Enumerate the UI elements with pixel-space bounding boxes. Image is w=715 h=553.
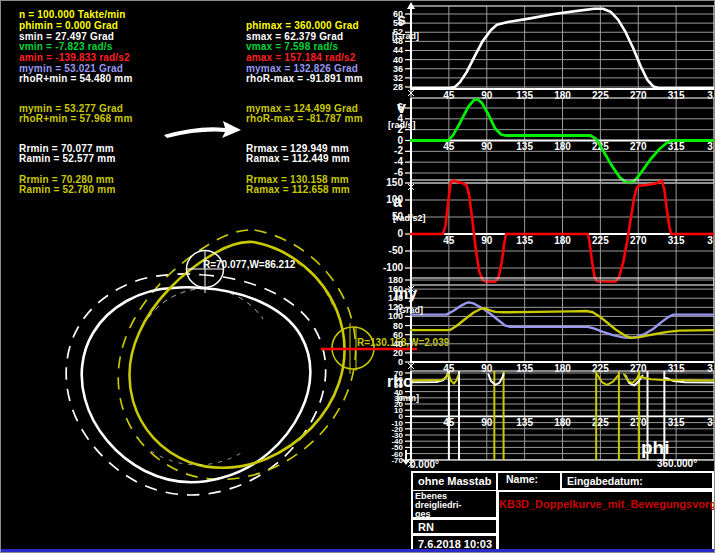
x-tick-label: 135 bbox=[516, 417, 533, 428]
window-bottom-edge bbox=[1, 549, 714, 552]
axis-junction-marker bbox=[408, 362, 414, 370]
titleblock-description-cell: Ebenes dreigliedri- ges Kurvengetriebe m… bbox=[411, 491, 498, 519]
plot-unit-rho: [mm] bbox=[397, 393, 419, 403]
graphics-canvas: R=70.077,W=86.212 R=130.158,W=2.039 6056… bbox=[1, 1, 714, 552]
y-tick-label: 0 bbox=[397, 228, 403, 239]
x-tick-label: 270 bbox=[630, 235, 647, 246]
plot-a: 150100500-50-10045901351802252703153a[ra… bbox=[383, 177, 714, 293]
diagram-plots: 60565248444036322845901351802252703153s[… bbox=[383, 6, 714, 468]
x-tick-label: 45 bbox=[443, 141, 455, 152]
y-tick-label: -4 bbox=[394, 156, 403, 167]
y-tick-label: 0 bbox=[398, 357, 403, 367]
cam-roller-label-white: R=70.077,W=86.212 bbox=[203, 259, 296, 270]
cam-construction-arc bbox=[297, 263, 333, 307]
x-tick-label: 315 bbox=[668, 417, 685, 428]
plot-label-rho: rho bbox=[387, 373, 413, 390]
x-tick-label: 180 bbox=[554, 235, 571, 246]
plot-label-s: s bbox=[397, 11, 406, 28]
titleblock-author-cell: RN bbox=[411, 518, 498, 535]
plot-my: 1801601401201008060402004590135180225270… bbox=[388, 275, 714, 374]
plot-label-v: v bbox=[397, 99, 406, 116]
x-tick-label: 315 bbox=[668, 235, 685, 246]
titleblock-filename: KB3D_Doppelkurve_mit_Bewegungsvorgabe_ bbox=[499, 498, 715, 510]
plot-unit-s: [Grad] bbox=[392, 31, 419, 41]
x-tick-label: 90 bbox=[481, 141, 493, 152]
y-tick-label: -2 bbox=[394, 145, 403, 156]
y-tick-label: 28 bbox=[393, 82, 403, 92]
titleblock-date-label-cell: Eingabedatum: bbox=[560, 471, 714, 490]
axis-junction-marker bbox=[408, 89, 414, 97]
x-tick-label: 45 bbox=[443, 235, 455, 246]
x-tick-label: 90 bbox=[481, 417, 493, 428]
x-tick-label: 270 bbox=[630, 141, 647, 152]
curve-rho bbox=[640, 377, 714, 381]
x-tick-label: 3 bbox=[707, 90, 713, 101]
y-tick-label: 150 bbox=[386, 177, 403, 188]
cam-analysis-window: n = 100.000 Takte/minphimin = 0.000 Grad… bbox=[0, 0, 715, 553]
cam-white-offset-curve bbox=[66, 274, 326, 495]
titleblock-name-label: Name: bbox=[506, 473, 538, 485]
x-tick-label: 135 bbox=[516, 235, 533, 246]
x-tick-label: 3 bbox=[707, 141, 713, 152]
cam-construction-arc bbox=[151, 451, 241, 465]
y-tick-label: -50 bbox=[389, 245, 404, 256]
cam-roller-label-yellow: R=130.158,W=2.039 bbox=[357, 337, 450, 348]
y-tick-label: -100 bbox=[383, 262, 403, 273]
plot-v: 6420-2-4-645901351802252703153v[rad/s] bbox=[388, 98, 714, 191]
titleblock-scale-cell: ohne Masstab bbox=[411, 471, 498, 492]
phi-axis-label: phi bbox=[641, 437, 670, 459]
y-tick-label: 0 bbox=[397, 135, 403, 146]
x-tick-label: 3 bbox=[707, 363, 713, 374]
phi-end-value: 360.000° bbox=[657, 458, 697, 469]
x-tick-label: 3 bbox=[707, 417, 713, 428]
plot-unit-my: [Grad] bbox=[396, 305, 423, 315]
x-tick-label: 180 bbox=[554, 417, 571, 428]
phi-start-value: 0.000° bbox=[410, 459, 439, 470]
plot-label-a: a bbox=[393, 193, 402, 210]
plot-label-my: my bbox=[394, 285, 417, 302]
plot-s: 60565248444036322845901351802252703153s[… bbox=[392, 6, 714, 101]
x-tick-label: 225 bbox=[592, 417, 609, 428]
x-tick-label: 90 bbox=[481, 235, 493, 246]
x-tick-label: 180 bbox=[554, 141, 571, 152]
description-line1: Ebenes dreigliedri- bbox=[415, 492, 496, 510]
x-tick-label: 225 bbox=[592, 235, 609, 246]
y-tick-label: -70 bbox=[391, 456, 403, 465]
rotation-arrow-icon bbox=[164, 121, 241, 138]
x-tick-label: 3 bbox=[707, 235, 713, 246]
plot-unit-a: [rad/s2] bbox=[393, 213, 426, 223]
x-tick-label: 135 bbox=[516, 141, 533, 152]
plot-unit-v: [rad/s] bbox=[388, 120, 416, 130]
curve-rho bbox=[411, 374, 447, 380]
